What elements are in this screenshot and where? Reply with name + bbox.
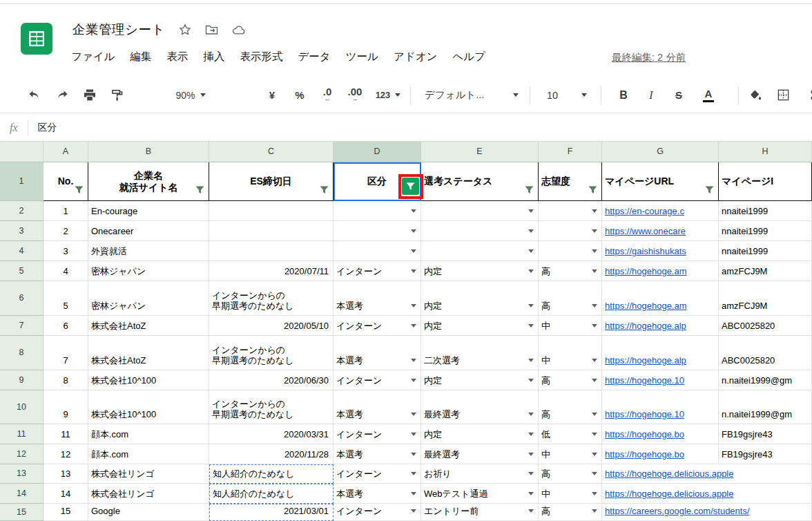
- cell-D4[interactable]: [334, 241, 421, 261]
- dropdown-arrow-icon[interactable]: [528, 453, 534, 456]
- cell-B3[interactable]: Onecareer: [88, 221, 209, 241]
- filter-icon[interactable]: [75, 186, 84, 194]
- cell-C14[interactable]: 知人紹介のためなし: [209, 484, 334, 504]
- dropdown-arrow-icon[interactable]: [528, 509, 534, 513]
- cell-D9[interactable]: インターン: [334, 370, 421, 390]
- dropdown-arrow-icon[interactable]: [411, 433, 416, 436]
- cell-G14[interactable]: https://hogehoge.delicious.apple: [602, 484, 719, 504]
- cell-D11[interactable]: インターン: [334, 424, 421, 444]
- undo-button[interactable]: [21, 83, 48, 108]
- increase-decimal-button[interactable]: .00 →: [341, 83, 369, 108]
- cell-H10[interactable]: n.naitei1999@gm: [719, 390, 812, 424]
- dropdown-arrow-icon[interactable]: [411, 324, 416, 328]
- cell-C10[interactable]: インターンからの 早期選考のためなし: [209, 390, 334, 424]
- paint-format-button[interactable]: [104, 83, 131, 108]
- filter-icon[interactable]: [320, 186, 329, 194]
- cell-G8[interactable]: https://hogehoge.alp: [602, 336, 719, 370]
- cell-B4[interactable]: 外資就活: [88, 241, 209, 261]
- dropdown-arrow-icon[interactable]: [528, 413, 534, 416]
- cell-D7[interactable]: インターン: [334, 316, 421, 336]
- url-value[interactable]: https://hogehoge.10: [605, 409, 684, 419]
- dropdown-arrow-icon[interactable]: [528, 492, 534, 495]
- url-value[interactable]: https://gaishishukats: [605, 246, 686, 256]
- url-value[interactable]: https://en-courage.c: [605, 206, 684, 216]
- cell-H11[interactable]: FB19gsjre43: [719, 424, 812, 444]
- column-header-A[interactable]: A: [44, 142, 88, 162]
- url-value[interactable]: https://hogehoge.delicious.apple: [605, 468, 733, 479]
- menu-item-0[interactable]: ファイル: [71, 50, 115, 64]
- cell-D13[interactable]: インターン: [334, 464, 421, 484]
- menu-item-2[interactable]: 表示: [166, 50, 188, 64]
- bold-button[interactable]: B: [610, 83, 637, 108]
- column-header-B[interactable]: B: [88, 142, 209, 162]
- cell-B7[interactable]: 株式会社AtoZ: [88, 316, 209, 336]
- url-value[interactable]: https://hogehoge.am: [605, 301, 687, 311]
- cell-C12[interactable]: 2020/11/28: [209, 444, 334, 464]
- font-select[interactable]: デフォルト...: [416, 83, 527, 108]
- star-button[interactable]: [179, 23, 191, 36]
- dropdown-arrow-icon[interactable]: [411, 379, 416, 382]
- cell-E11[interactable]: 内定: [421, 424, 539, 444]
- cell-D15[interactable]: インターン: [334, 504, 421, 521]
- cell-H2[interactable]: nnaitei1999: [719, 201, 812, 221]
- header-cell-C1[interactable]: ES締切日: [209, 162, 334, 201]
- dropdown-arrow-icon[interactable]: [592, 433, 597, 436]
- move-folder-button[interactable]: [205, 23, 218, 35]
- row-header-6[interactable]: 6: [0, 281, 44, 316]
- cell-F14[interactable]: 中: [539, 484, 602, 504]
- dropdown-arrow-icon[interactable]: [592, 472, 597, 475]
- cell-A14[interactable]: 14: [44, 484, 88, 504]
- dropdown-arrow-icon[interactable]: [411, 209, 416, 213]
- url-value[interactable]: https://hogehoge.alp: [605, 321, 686, 331]
- row-header-2[interactable]: 2: [0, 201, 44, 221]
- cell-E7[interactable]: 内定: [421, 316, 539, 336]
- url-value[interactable]: https://hogehoge.alp: [605, 355, 686, 366]
- cell-F11[interactable]: 低: [539, 424, 602, 444]
- dropdown-arrow-icon[interactable]: [592, 359, 597, 362]
- header-cell-F1[interactable]: 志望度: [539, 162, 602, 201]
- column-header-G[interactable]: G: [602, 142, 719, 162]
- menu-item-3[interactable]: 挿入: [203, 50, 224, 64]
- cell-E4[interactable]: [421, 241, 539, 261]
- dropdown-arrow-icon[interactable]: [411, 304, 416, 307]
- filter-icon[interactable]: [588, 186, 597, 194]
- dropdown-arrow-icon[interactable]: [411, 413, 416, 416]
- dropdown-arrow-icon[interactable]: [528, 379, 534, 382]
- cell-H8[interactable]: ABC0025820: [719, 336, 812, 370]
- url-value[interactable]: https://hogehoge.bo: [605, 449, 684, 460]
- cell-H6[interactable]: amzFCJ9M: [719, 281, 812, 316]
- strikethrough-button[interactable]: S: [665, 83, 693, 108]
- dropdown-arrow-icon[interactable]: [411, 359, 416, 362]
- merge-cells-button[interactable]: [802, 83, 812, 108]
- cell-E3[interactable]: [421, 221, 539, 241]
- cell-B14[interactable]: 株式会社リンゴ: [88, 484, 209, 504]
- cloud-status-button[interactable]: [232, 24, 246, 35]
- dropdown-arrow-icon[interactable]: [411, 472, 416, 475]
- cell-E13[interactable]: お祈り: [421, 464, 539, 484]
- url-value[interactable]: https://hogehoge.10: [605, 375, 684, 386]
- format-currency-button[interactable]: ¥: [258, 83, 286, 108]
- cell-B9[interactable]: 株式会社10^100: [88, 370, 209, 390]
- format-percent-button[interactable]: %: [286, 83, 313, 108]
- menu-item-7[interactable]: アドオン: [394, 50, 437, 64]
- row-header-15[interactable]: 15: [0, 504, 44, 521]
- cell-H3[interactable]: nnaitei1999: [719, 221, 812, 241]
- cell-E14[interactable]: Webテスト通過: [421, 484, 539, 504]
- cell-H5[interactable]: amzFCJ9M: [719, 261, 812, 281]
- dropdown-arrow-icon[interactable]: [592, 229, 597, 233]
- cell-G3[interactable]: https://www.onecare: [602, 221, 719, 241]
- dropdown-arrow-icon[interactable]: [592, 379, 597, 382]
- cell-B11[interactable]: 顔本.com: [88, 424, 209, 444]
- cell-D12[interactable]: 本選考: [334, 444, 421, 464]
- formula-bar[interactable]: fx 区分: [0, 114, 812, 142]
- redo-button[interactable]: [48, 83, 76, 108]
- column-header-C[interactable]: C: [209, 142, 334, 162]
- cell-E10[interactable]: 最終選考: [421, 390, 539, 424]
- dropdown-arrow-icon[interactable]: [592, 269, 597, 273]
- cell-A10[interactable]: 9: [44, 390, 88, 424]
- cell-C2[interactable]: [209, 201, 334, 221]
- cell-B6[interactable]: 密林ジャパン: [88, 281, 209, 316]
- dropdown-arrow-icon[interactable]: [528, 359, 534, 362]
- filter-icon[interactable]: [705, 186, 714, 194]
- cell-B15[interactable]: Google: [88, 504, 209, 521]
